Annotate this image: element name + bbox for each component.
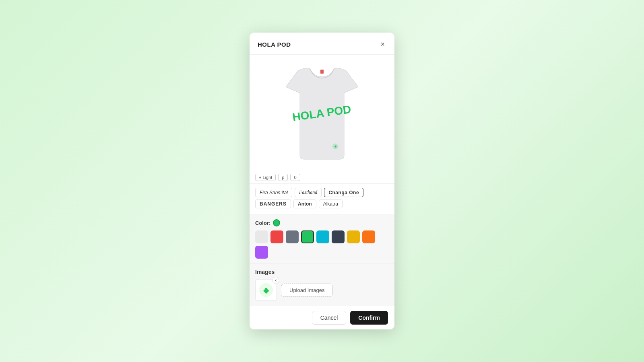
color-grid — [255, 230, 389, 259]
font-section: Fira Sans:ital Fasthand Changa One BANGE… — [250, 184, 394, 214]
top-controls-row: + Light p 0 — [250, 171, 394, 184]
tshirt-svg: HOLA POD ◆ — [274, 63, 370, 167]
color-swatch-red[interactable] — [270, 230, 283, 243]
modal-dialog: HOLA POD × HOLA POD ◆ — [250, 33, 394, 329]
modal-footer: Cancel Confirm — [250, 306, 394, 329]
image-thumb-container: ◆ P × — [255, 279, 277, 301]
upload-images-button[interactable]: Upload Images — [281, 284, 333, 297]
font-changa-one[interactable]: Changa One — [324, 188, 363, 197]
modal-header: HOLA POD × — [250, 33, 394, 55]
color-swatch-orange[interactable] — [362, 230, 375, 243]
font-fira-sans-ital[interactable]: Fira Sans:ital — [255, 188, 292, 197]
font-anton[interactable]: Anton — [293, 200, 316, 208]
font-bangers[interactable]: BANGERS — [255, 200, 291, 208]
color-section: Color: — [250, 214, 394, 263]
font-row-1: Fira Sans:ital Fasthand Changa One — [255, 188, 389, 197]
confirm-button[interactable]: Confirm — [350, 311, 388, 325]
color-swatch-slate[interactable] — [286, 230, 299, 243]
cancel-button[interactable]: Cancel — [312, 311, 347, 325]
color-swatch-cyan[interactable] — [316, 230, 329, 243]
color-swatch-light-gray[interactable] — [255, 230, 268, 243]
svg-rect-0 — [320, 70, 324, 74]
scrollable-section[interactable]: + Light p 0 Fira Sans:ital Fasthand Chan… — [250, 171, 394, 306]
modal-body: + Light p 0 Fira Sans:ital Fasthand Chan… — [250, 171, 394, 306]
color-swatch-dark-gray[interactable] — [332, 230, 345, 243]
thumb-logo-icon: ◆ P — [258, 282, 274, 298]
images-label: Images — [255, 269, 389, 275]
color-indicator — [273, 219, 280, 226]
color-label: Color: — [255, 219, 389, 226]
font-row-2: BANGERS Anton Alkatra — [255, 200, 389, 208]
images-row: ◆ P × Upload Images — [255, 279, 389, 301]
tshirt-preview: HOLA POD ◆ — [250, 55, 394, 171]
color-swatch-green[interactable] — [301, 230, 314, 243]
color-swatch-yellow[interactable] — [347, 230, 360, 243]
font-fasthand[interactable]: Fasthand — [295, 188, 322, 197]
svg-text:P: P — [265, 287, 267, 291]
color-swatch-purple[interactable] — [255, 246, 268, 259]
image-remove-button[interactable]: × — [272, 277, 279, 284]
color-label-text: Color: — [255, 220, 270, 226]
zero-chip[interactable]: 0 — [290, 174, 300, 181]
tshirt-container: HOLA POD ◆ — [274, 63, 370, 167]
close-button[interactable]: × — [379, 40, 386, 49]
p-chip[interactable]: p — [278, 174, 288, 181]
modal-title: HOLA POD — [258, 41, 291, 48]
light-chip[interactable]: + Light — [255, 174, 276, 181]
images-section: Images ◆ P × Upload Images — [250, 263, 394, 306]
font-alkatra[interactable]: Alkatra — [319, 200, 343, 208]
